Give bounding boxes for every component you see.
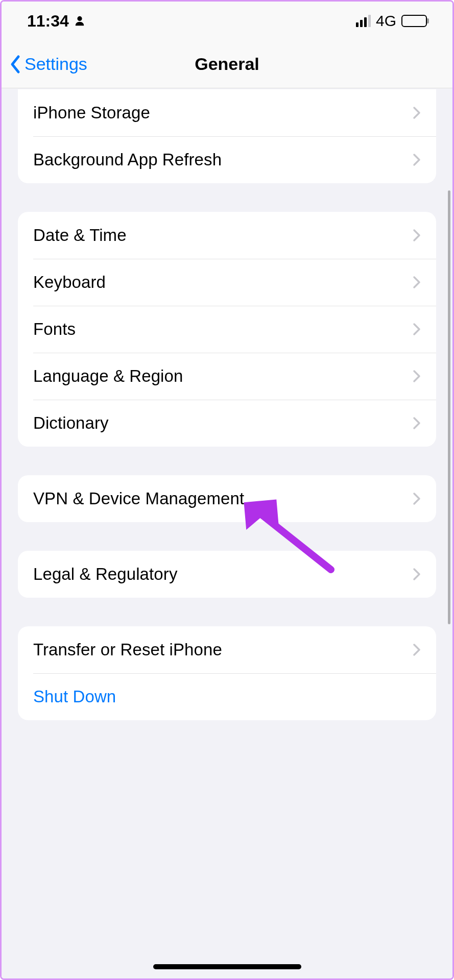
status-left: 11:34 [27, 12, 85, 31]
chevron-right-icon [413, 492, 421, 505]
chevron-left-icon [9, 55, 21, 74]
scroll-indicator[interactable] [448, 190, 450, 624]
network-label: 4G [376, 12, 396, 30]
nav-bar: Settings General [2, 40, 452, 88]
section: Legal & Regulatory [18, 551, 436, 598]
row-shut-down[interactable]: Shut Down [18, 673, 436, 720]
row-label: Dictionary [33, 413, 109, 433]
row-label: Background App Refresh [33, 150, 222, 169]
row-label: Legal & Regulatory [33, 565, 177, 584]
back-label: Settings [25, 54, 87, 74]
section: Transfer or Reset iPhone Shut Down [18, 626, 436, 720]
row-background-app-refresh[interactable]: Background App Refresh [18, 136, 436, 183]
chevron-right-icon [413, 370, 421, 383]
back-button[interactable]: Settings [9, 54, 87, 74]
row-date-time[interactable]: Date & Time [18, 212, 436, 259]
chevron-right-icon [413, 568, 421, 581]
chevron-right-icon [413, 106, 421, 119]
home-indicator[interactable] [153, 964, 301, 969]
page-title: General [195, 54, 259, 74]
section: VPN & Device Management [18, 475, 436, 522]
row-label: Shut Down [33, 687, 116, 706]
chevron-right-icon [413, 229, 421, 242]
row-label: Keyboard [33, 273, 106, 292]
svg-point-0 [77, 16, 82, 21]
row-dictionary[interactable]: Dictionary [18, 400, 436, 447]
row-legal-regulatory[interactable]: Legal & Regulatory [18, 551, 436, 598]
row-label: Date & Time [33, 226, 127, 245]
signal-icon [356, 15, 371, 27]
section: Date & Time Keyboard Fonts Language & Re… [18, 212, 436, 447]
row-label: Fonts [33, 320, 76, 339]
row-vpn-device-management[interactable]: VPN & Device Management [18, 475, 436, 522]
row-label: VPN & Device Management [33, 489, 244, 508]
row-label: Transfer or Reset iPhone [33, 640, 222, 659]
row-label: Language & Region [33, 366, 183, 386]
row-fonts[interactable]: Fonts [18, 306, 436, 353]
row-iphone-storage[interactable]: iPhone Storage [18, 89, 436, 136]
chevron-right-icon [413, 643, 421, 656]
chevron-right-icon [413, 323, 421, 336]
status-right: 4G [356, 12, 427, 30]
chevron-right-icon [413, 153, 421, 166]
row-language-region[interactable]: Language & Region [18, 353, 436, 400]
person-icon [74, 15, 85, 27]
status-time: 11:34 [27, 12, 69, 31]
status-bar: 11:34 4G [2, 2, 452, 40]
row-keyboard[interactable]: Keyboard [18, 259, 436, 306]
chevron-right-icon [413, 276, 421, 289]
chevron-right-icon [413, 416, 421, 430]
section: iPhone Storage Background App Refresh [18, 89, 436, 183]
content: iPhone Storage Background App Refresh Da… [2, 88, 452, 978]
row-label: iPhone Storage [33, 103, 150, 122]
battery-icon [401, 15, 427, 27]
row-transfer-reset[interactable]: Transfer or Reset iPhone [18, 626, 436, 673]
